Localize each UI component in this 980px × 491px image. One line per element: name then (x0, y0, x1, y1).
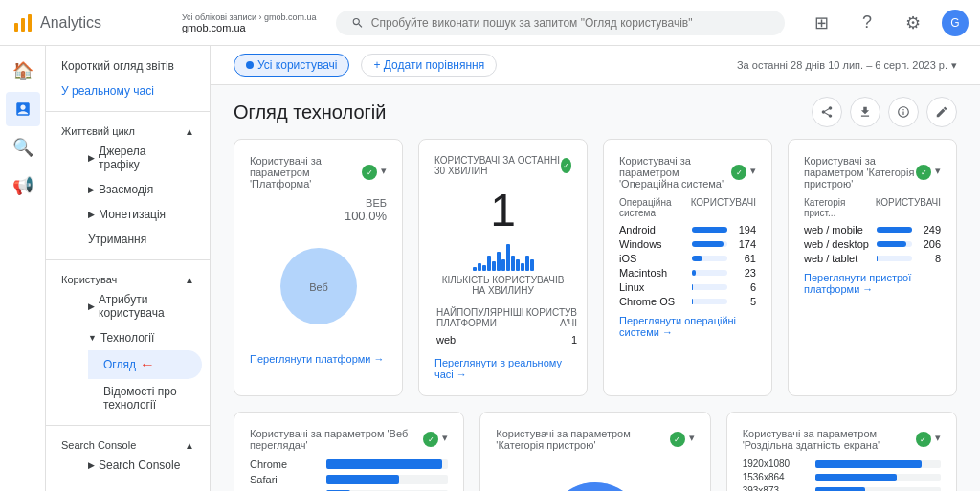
sidebar-item-retention[interactable]: Утримання (73, 227, 202, 252)
search-bar[interactable] (336, 11, 785, 35)
sidebar-divider-2 (46, 259, 210, 260)
card1-menu-icon[interactable]: ▾ (381, 165, 387, 180)
avatar[interactable]: G (942, 10, 969, 36)
device-row: web / desktop 206 (804, 238, 941, 250)
share-icon[interactable] (812, 97, 842, 127)
os-rows: Android 194Windows 174iOS 61Macintosh 23… (619, 224, 756, 307)
donut-chart (496, 458, 694, 491)
verified-badge-7: ✓ (916, 432, 931, 447)
sidebar-item-attributes[interactable]: ▶ Атрибути користувача (73, 287, 202, 325)
mini-bar (478, 263, 481, 271)
card4-actions: ✓ ▾ (916, 165, 941, 180)
sidebar-item-label: У реальному часі (61, 84, 154, 98)
device-bar-wrap (877, 227, 912, 233)
category-label: Користувач (61, 274, 117, 285)
os-link[interactable]: Переглянути операційні системи → (619, 315, 756, 338)
os-row: Chrome OS 5 (619, 296, 756, 307)
realtime-card-title: КОРИСТУВАЧІ ЗА ОСТАННІ 30 ХВИЛИН ✓ (434, 155, 571, 176)
category-label: Search Console (61, 439, 136, 451)
sidebar-item-overview[interactable]: Короткий огляд звітів (46, 54, 202, 78)
explore-icon[interactable]: 🔍 (6, 130, 40, 165)
card6-menu-icon[interactable]: ▾ (689, 432, 695, 447)
device-bar (877, 241, 906, 247)
sidebar-category-user[interactable]: Користувач ▲ (46, 268, 210, 287)
os-count: 194 (733, 224, 756, 235)
resolution-bar (815, 460, 923, 468)
sidebar-item-tech-details[interactable]: Відомості про технології (88, 379, 202, 417)
os-bar (692, 227, 727, 233)
realtime-table-col1: НАЙПОПУЛЯРНІШІ ПЛАТФОРМИ (436, 305, 524, 330)
pie-chart: Веб (250, 227, 387, 346)
resolution-label: 393x873 (743, 485, 810, 491)
chevron-right-icon: ▶ (88, 460, 95, 470)
export-icon[interactable] (850, 97, 880, 127)
grid-icon[interactable]: ⊞ (804, 6, 838, 40)
device-link[interactable]: Переглянути пристрої платформи → (804, 272, 941, 295)
verified-badge-4: ✓ (916, 165, 931, 180)
browser-row: Chrome (250, 458, 448, 470)
sidebar-item-engagement[interactable]: ▶ Взаємодія (73, 177, 202, 202)
device-count: 8 (918, 253, 941, 264)
add-compare-label: + Додати порівняння (373, 58, 484, 72)
device-count: 249 (918, 224, 941, 235)
os-bar (692, 241, 724, 247)
platform-card-title: Користувачі за параметром 'Платформа' ✓ … (250, 155, 387, 190)
page-actions (812, 97, 957, 127)
device-donut-title: Користувачі за параметром 'Категорія при… (496, 428, 694, 451)
card5-menu-icon[interactable]: ▾ (442, 432, 448, 447)
sidebar-item-traffic[interactable]: ▶ Джерела трафіку (73, 139, 202, 177)
browser-name: Safari (250, 474, 326, 485)
realtime-subtitle: КІЛЬКІСТЬ КОРИСТУВАЧІВ НА ХВИЛИНУ (434, 275, 571, 296)
card3-menu-icon[interactable]: ▾ (750, 165, 756, 180)
users-filter-chip[interactable]: Усі користувачі (234, 54, 349, 77)
sidebar-item-monetization[interactable]: ▶ Монетизація (73, 202, 202, 227)
os-name: Chrome OS (619, 296, 686, 307)
sidebar-item-tech-overview[interactable]: Огляд ← (88, 350, 202, 379)
add-compare-button[interactable]: + Додати порівняння (361, 54, 497, 77)
os-name: Macintosh (619, 267, 686, 279)
topbar-actions: ⊞ ? ⚙ G (804, 6, 969, 40)
resolution-bar-wrap (815, 460, 941, 468)
insights-icon[interactable] (888, 97, 919, 127)
os-bar-wrap (692, 227, 727, 233)
mini-bar (511, 256, 515, 271)
platform-link[interactable]: Переглянути платформи → (250, 353, 387, 365)
date-range[interactable]: За останні 28 днів 10 лип. – 6 серп. 202… (737, 59, 957, 72)
chevron-down-icon: ▼ (88, 333, 97, 343)
card3-actions: ✓ ▾ (731, 165, 756, 180)
lifecycle-subitems: ▶ Джерела трафіку ▶ Взаємодія ▶ Монетиза… (46, 139, 210, 252)
sidebar-item-search-console[interactable]: ▶ Search Console (73, 453, 202, 478)
mini-bar (525, 256, 529, 271)
card4-menu-icon[interactable]: ▾ (935, 165, 941, 180)
device-donut-card: Користувачі за параметром 'Категорія при… (479, 412, 710, 491)
browser-bar-wrap (326, 475, 448, 484)
search-input[interactable] (371, 16, 769, 30)
browser-bar (326, 459, 442, 469)
settings-icon[interactable]: ⚙ (896, 6, 930, 40)
ads-icon[interactable]: 📢 (6, 168, 40, 203)
table-row: web1 (436, 332, 577, 347)
home-icon[interactable]: 🏠 (6, 54, 40, 88)
sidebar-item-tech[interactable]: ▼ Технології (73, 325, 202, 350)
card7-menu-icon[interactable]: ▾ (935, 432, 941, 447)
help-icon[interactable]: ? (850, 6, 884, 40)
sidebar-item-realtime[interactable]: У реальному часі (46, 78, 202, 103)
category-label: Життєвий цикл (61, 125, 135, 137)
red-arrow-indicator: ← (140, 356, 155, 373)
sidebar-category-lifecycle[interactable]: Життєвий цикл ▲ (46, 120, 210, 139)
reports-icon[interactable] (6, 92, 40, 126)
sidebar: Короткий огляд звітів У реальному часі Ж… (46, 46, 211, 491)
chevron-up-icon: ▲ (185, 275, 194, 285)
chevron-up-icon: ▲ (185, 440, 194, 451)
platform-card: Користувачі за параметром 'Платформа' ✓ … (234, 139, 403, 396)
mini-bar (473, 267, 477, 271)
date-range-text: За останні 28 днів 10 лип. – 6 серп. 202… (737, 59, 947, 71)
chevron-right-icon: ▶ (88, 153, 95, 163)
edit-icon[interactable] (926, 97, 957, 127)
mini-bar (497, 252, 501, 271)
os-card-title-text: Користувачі за параметром 'Операційна си… (619, 155, 731, 190)
sidebar-category-searchconsole[interactable]: Search Console ▲ (46, 434, 210, 453)
realtime-count: 1 (434, 184, 571, 236)
left-nav-icons: 🏠 🔍 📢 (0, 46, 46, 491)
realtime-link[interactable]: Переглянути в реальному часі → (434, 357, 571, 380)
